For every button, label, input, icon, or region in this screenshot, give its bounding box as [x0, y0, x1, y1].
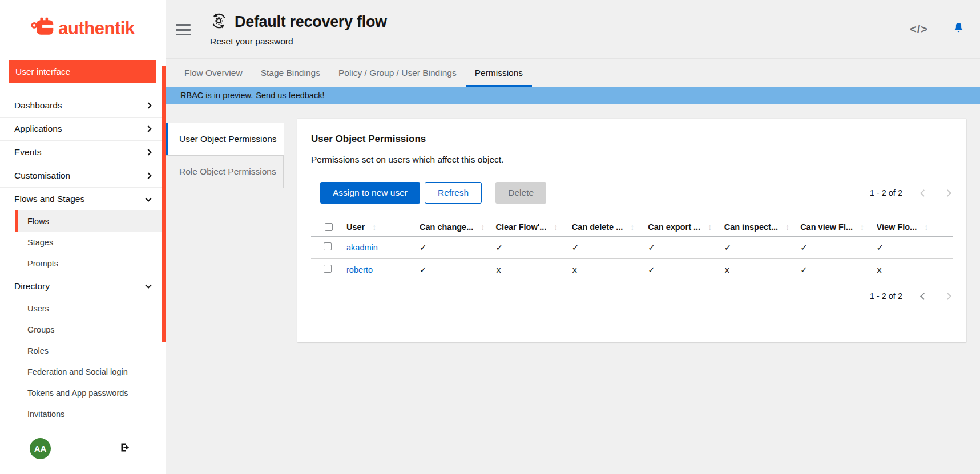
api-code-icon[interactable]: </>	[910, 23, 928, 36]
chevron-right-icon	[145, 125, 151, 132]
main-area: Default recovery flow Reset your passwor…	[166, 0, 980, 474]
sidebar-item-federation[interactable]: Federation and Social login	[0, 361, 166, 382]
page-title: Default recovery flow	[235, 13, 387, 31]
sidebar-item-dashboards[interactable]: Dashboards	[0, 94, 166, 117]
sort-icon[interactable]: ↕	[372, 222, 376, 232]
toolbar: Assign to new user Refresh Delete 1 - 2 …	[311, 182, 953, 204]
sort-icon[interactable]: ↕	[554, 222, 558, 232]
sign-out-icon[interactable]	[119, 441, 131, 456]
page-subtitle: Reset your password	[210, 37, 387, 47]
subtab-user-object-permissions[interactable]: User Object Permissions	[166, 123, 284, 155]
app-root: authentik User interface Dashboards Appl…	[0, 0, 980, 474]
permissions-table: User↕ Can change...↕ Clear Flow'...↕ Can…	[311, 217, 953, 281]
refresh-button[interactable]: Refresh	[425, 182, 482, 204]
sidebar-item-stages[interactable]: Stages	[0, 232, 166, 253]
title-block: Default recovery flow Reset your passwor…	[210, 12, 387, 47]
page-header: Default recovery flow Reset your passwor…	[166, 0, 980, 59]
row-checkbox[interactable]	[324, 265, 332, 273]
sidebar-nav: Dashboards Applications Events Customisa…	[0, 94, 166, 424]
sidebar: authentik User interface Dashboards Appl…	[0, 0, 166, 474]
chevron-down-icon	[145, 282, 151, 288]
header-actions: </>	[910, 22, 965, 37]
feedback-link[interactable]: Send us feedback!	[256, 91, 324, 100]
table-header-row: User↕ Can change...↕ Clear Flow'...↕ Can…	[311, 217, 953, 237]
card-description: Permissions set on users which affect th…	[311, 155, 953, 165]
previous-page-icon[interactable]	[920, 189, 927, 197]
chevron-right-icon	[145, 102, 151, 108]
sort-icon[interactable]: ↕	[860, 222, 864, 232]
sidebar-item-users[interactable]: Users	[0, 298, 166, 319]
sort-icon[interactable]: ↕	[924, 222, 928, 232]
sidebar-item-prompts[interactable]: Prompts	[0, 253, 166, 274]
banner-text: RBAC is in preview.	[180, 91, 253, 100]
sidebar-item-flows[interactable]: Flows	[15, 210, 166, 232]
chevron-down-icon	[145, 195, 151, 201]
avatar[interactable]: AA	[30, 438, 51, 459]
sidebar-item-customisation[interactable]: Customisation	[0, 164, 166, 187]
notifications-bell-icon[interactable]	[952, 22, 965, 37]
key-logo-icon	[31, 17, 55, 40]
sidebar-footer: AA	[0, 432, 166, 474]
card-title: User Object Permissions	[311, 133, 953, 145]
sidebar-item-events[interactable]: Events	[0, 140, 166, 164]
pagination-bottom-wrap: 1 - 2 of 2	[311, 291, 953, 301]
sort-icon[interactable]: ↕	[481, 222, 485, 232]
sidebar-item-groups[interactable]: Groups	[0, 319, 166, 340]
active-section-accent-bar	[162, 66, 166, 342]
pagination-label: 1 - 2 of 2	[870, 188, 902, 197]
sidebar-item-invitations[interactable]: Invitations	[0, 403, 166, 424]
content-row: User Object Permissions Role Object Perm…	[166, 104, 980, 474]
user-object-permissions-card: User Object Permissions Permissions set …	[297, 119, 966, 342]
user-link[interactable]: roberto	[346, 265, 373, 274]
chevron-right-icon	[145, 172, 151, 179]
brand-logo[interactable]: authentik	[0, 0, 166, 54]
previous-page-icon[interactable]	[920, 293, 927, 300]
table-row: roberto ✓ X X ✓ X ✓ X	[311, 259, 953, 281]
pagination-top: 1 - 2 of 2	[870, 188, 953, 197]
sort-icon[interactable]: ↕	[708, 222, 712, 232]
menu-icon[interactable]	[176, 24, 191, 35]
tab-stage-bindings[interactable]: Stage Bindings	[252, 59, 329, 87]
tab-flow-overview[interactable]: Flow Overview	[175, 59, 252, 87]
assign-to-new-user-button[interactable]: Assign to new user	[320, 182, 420, 204]
sidebar-section-user-interface[interactable]: User interface	[9, 60, 156, 83]
next-page-icon[interactable]	[944, 293, 951, 300]
permission-subtabs: User Object Permissions Role Object Perm…	[166, 123, 284, 188]
pagination-bottom: 1 - 2 of 2	[870, 291, 953, 301]
sidebar-item-flows-and-stages[interactable]: Flows and Stages	[0, 187, 166, 210]
sidebar-item-applications[interactable]: Applications	[0, 117, 166, 140]
pagination-label: 1 - 2 of 2	[870, 291, 902, 301]
next-page-icon[interactable]	[944, 189, 951, 197]
row-checkbox[interactable]	[324, 242, 332, 250]
tab-permissions[interactable]: Permissions	[466, 59, 532, 87]
flow-gear-icon	[210, 12, 228, 32]
tab-policy-group-user-bindings[interactable]: Policy / Group / User Bindings	[329, 59, 466, 87]
brand-name: authentik	[58, 18, 134, 39]
flow-tabs: Flow Overview Stage Bindings Policy / Gr…	[166, 59, 980, 87]
subtab-role-object-permissions[interactable]: Role Object Permissions	[166, 155, 284, 188]
delete-button[interactable]: Delete	[495, 182, 546, 204]
sidebar-item-roles[interactable]: Roles	[0, 340, 166, 361]
chevron-right-icon	[145, 149, 151, 155]
user-link[interactable]: akadmin	[346, 243, 378, 252]
select-all-checkbox[interactable]	[325, 223, 333, 231]
sort-icon[interactable]: ↕	[630, 222, 634, 232]
table-row: akadmin ✓ ✓ ✓ ✓ ✓ ✓ ✓	[311, 237, 953, 259]
sort-icon[interactable]: ↕	[785, 222, 789, 232]
sidebar-item-directory[interactable]: Directory	[0, 274, 166, 298]
sidebar-item-tokens[interactable]: Tokens and App passwords	[0, 382, 166, 403]
rbac-preview-banner: RBAC is in preview. Send us feedback!	[166, 87, 980, 104]
